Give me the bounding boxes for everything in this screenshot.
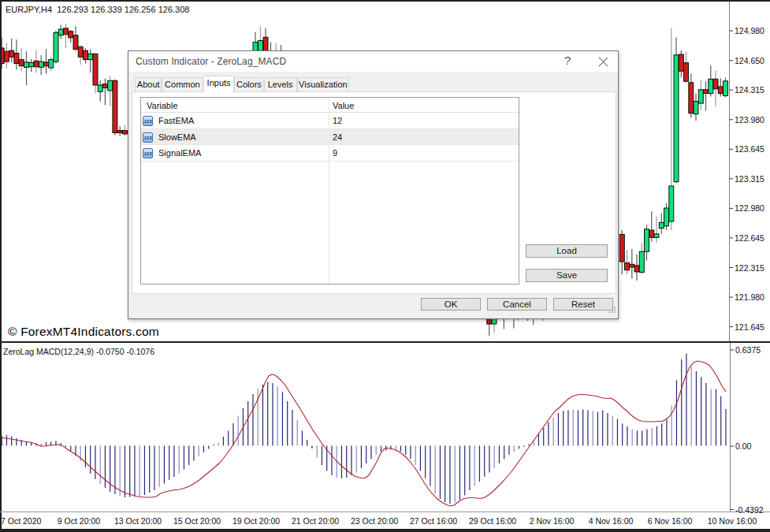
svg-text:27 Oct 16:00: 27 Oct 16:00 xyxy=(410,516,457,526)
svg-text:123.315: 123.315 xyxy=(735,174,764,184)
svg-text:10 Nov 16:00: 10 Nov 16:00 xyxy=(708,516,757,526)
svg-text:121.645: 121.645 xyxy=(735,322,764,332)
svg-text:6 Nov 16:00: 6 Nov 16:00 xyxy=(648,516,693,526)
svg-text:-0.4392: -0.4392 xyxy=(735,505,764,515)
svg-text:123: 123 xyxy=(143,136,152,140)
svg-text:121.980: 121.980 xyxy=(735,292,764,302)
svg-text:ZeroLag MACD(12,24,9) -0.0750: ZeroLag MACD(12,24,9) -0.0750 -0.1076 xyxy=(3,347,154,356)
svg-text:15 Oct 20:00: 15 Oct 20:00 xyxy=(173,516,221,526)
svg-text:123.980: 123.980 xyxy=(735,115,764,125)
svg-text:2 Nov 16:00: 2 Nov 16:00 xyxy=(530,516,575,526)
svg-text:0.6375: 0.6375 xyxy=(735,345,761,355)
svg-text:© ForexMT4Indicators.com: © ForexMT4Indicators.com xyxy=(8,325,159,338)
svg-text:124.315: 124.315 xyxy=(735,85,764,95)
svg-text:EURJPY,H4 126.293 126.339 126: EURJPY,H4 126.293 126.339 126.256 126.30… xyxy=(6,5,189,14)
svg-text:124.980: 124.980 xyxy=(735,26,764,35)
svg-text:122.980: 122.980 xyxy=(735,203,764,213)
svg-text:9 Oct 20:00: 9 Oct 20:00 xyxy=(58,516,100,526)
svg-text:4 Nov 16:00: 4 Nov 16:00 xyxy=(589,516,634,526)
svg-text:122.645: 122.645 xyxy=(735,233,764,243)
svg-text:7 Oct 2020: 7 Oct 2020 xyxy=(1,516,42,526)
svg-text:29 Oct 16:00: 29 Oct 16:00 xyxy=(469,516,516,526)
svg-text:21 Oct 20:00: 21 Oct 20:00 xyxy=(292,516,339,526)
svg-text:123.645: 123.645 xyxy=(735,144,764,154)
svg-text:23 Oct 20:00: 23 Oct 20:00 xyxy=(351,516,398,526)
svg-text:123: 123 xyxy=(143,119,152,124)
svg-text:19 Oct 20:00: 19 Oct 20:00 xyxy=(232,516,280,526)
svg-text:124.650: 124.650 xyxy=(735,56,764,65)
svg-text:123: 123 xyxy=(143,151,152,156)
svg-text:0.00: 0.00 xyxy=(735,441,752,451)
svg-text:122.315: 122.315 xyxy=(735,263,764,273)
svg-text:13 Oct 20:00: 13 Oct 20:00 xyxy=(114,516,162,526)
